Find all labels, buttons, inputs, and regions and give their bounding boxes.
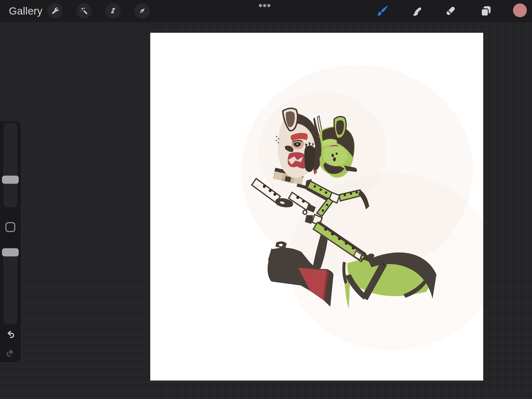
actions-button[interactable]: [47, 3, 63, 18]
brush-opacity-slider-handle[interactable]: [2, 248, 19, 256]
eraser-tool-button[interactable]: [443, 4, 458, 18]
background-washes: [241, 65, 483, 350]
modify-button[interactable]: [5, 222, 15, 232]
wrench-icon: [50, 6, 60, 16]
smudge-tool-button[interactable]: [409, 4, 424, 18]
undo-button[interactable]: [5, 329, 16, 340]
transform-arrow-icon: [137, 6, 147, 16]
drawing-canvas[interactable]: [150, 33, 483, 381]
undo-arrow-icon: [5, 329, 16, 340]
gallery-button[interactable]: Gallery: [9, 0, 43, 22]
selection-button[interactable]: [105, 3, 121, 18]
top-toolbar: Gallery: [0, 0, 532, 22]
eraser-icon: [444, 4, 457, 18]
paint-brush-icon: [376, 4, 389, 18]
layers-button[interactable]: [479, 4, 493, 18]
ellipsis-dot: [259, 4, 262, 7]
transform-button[interactable]: [134, 3, 150, 18]
artwork-pup-masks: [150, 33, 483, 381]
brush-opacity-slider[interactable]: [3, 248, 17, 324]
ellipsis-dot: [263, 4, 266, 7]
app-window: Gallery: [0, 0, 532, 399]
brush-size-slider[interactable]: [3, 123, 17, 207]
adjustments-button[interactable]: [76, 3, 92, 18]
canvas-options-button[interactable]: [259, 4, 270, 7]
redo-arrow-icon: [5, 348, 16, 358]
selection-s-icon: [108, 6, 118, 16]
magic-wand-icon: [79, 6, 89, 16]
color-swatch-button[interactable]: [513, 3, 527, 17]
smudge-hand-icon: [410, 4, 423, 18]
sidebar-slider-panel: [0, 121, 21, 362]
brush-size-slider-handle[interactable]: [2, 176, 19, 184]
brush-tool-button[interactable]: [375, 4, 390, 18]
ellipsis-dot: [267, 4, 270, 7]
layers-icon: [479, 4, 493, 18]
redo-button[interactable]: [5, 348, 16, 358]
